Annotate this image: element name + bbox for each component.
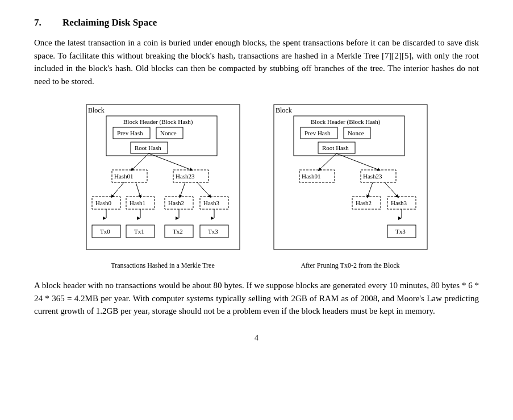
diagram2-caption: After Pruning Tx0-2 from the Block <box>301 261 399 270</box>
diagram1-svg: Block Block Header (Block Hash) Prev Has… <box>81 99 245 258</box>
d2-tx3-label: Tx3 <box>395 228 406 235</box>
d1-roothash-label: Root Hash <box>135 144 161 151</box>
d1-block-label: Block <box>88 106 105 114</box>
diagram1-container: Block Block Header (Block Hash) Prev Has… <box>81 99 245 270</box>
d1-blockheader-label: Block Header (Block Hash) <box>123 118 193 126</box>
d1-hash3-label: Hash3 <box>203 199 220 206</box>
footer-paragraph: A block header with no transactions woul… <box>34 279 479 318</box>
d2-blockheader-label: Block Header (Block Hash) <box>311 118 381 126</box>
d1-nonce-label: Nonce <box>160 130 177 136</box>
svg-line-35 <box>385 182 398 197</box>
d1-tx1-label: Tx1 <box>134 228 144 235</box>
d2-block-label: Block <box>276 106 292 114</box>
d2-prevhash-label: Prev Hash <box>305 130 331 136</box>
d1-tx2-label: Tx2 <box>173 228 183 235</box>
d1-tx3-label: Tx3 <box>208 228 218 235</box>
d2-nonce-label: Nonce <box>348 130 364 136</box>
d1-hash1-label: Hash1 <box>130 199 145 206</box>
d2-hash2-label: Hash2 <box>356 199 372 206</box>
section-title: Reclaiming Disk Space <box>62 17 157 28</box>
d1-hash2-label: Hash2 <box>168 199 184 206</box>
section-number: 7. <box>34 17 51 28</box>
d1-hash23-label: Hash23 <box>176 173 195 180</box>
svg-line-12 <box>197 182 210 197</box>
diagram2-container: Block Block Header (Block Hash) Prev Has… <box>268 99 433 270</box>
svg-line-11 <box>180 182 185 197</box>
d2-hash23-label: Hash23 <box>363 173 382 180</box>
svg-line-10 <box>136 182 140 197</box>
d1-tx0-label: Tx0 <box>100 228 110 235</box>
diagrams-row: Block Block Header (Block Hash) Prev Has… <box>34 99 479 270</box>
diagram1-caption: Transactions Hashed in a Merkle Tree <box>111 261 215 270</box>
svg-line-9 <box>112 182 124 197</box>
d1-hash01-label: Hash01 <box>114 173 134 180</box>
d1-hash0-label: Hash0 <box>95 199 112 206</box>
diagram2-svg: Block Block Header (Block Hash) Prev Has… <box>268 99 433 258</box>
svg-line-34 <box>368 182 373 197</box>
d1-prevhash-label: Prev Hash <box>117 130 143 136</box>
page-number: 4 <box>34 334 479 343</box>
d2-roothash-label: Root Hash <box>322 144 349 151</box>
d2-hash01-label: Hash01 <box>302 173 321 180</box>
intro-paragraph: Once the latest transaction in a coin is… <box>34 36 479 88</box>
d2-hash3-label: Hash3 <box>391 199 407 206</box>
